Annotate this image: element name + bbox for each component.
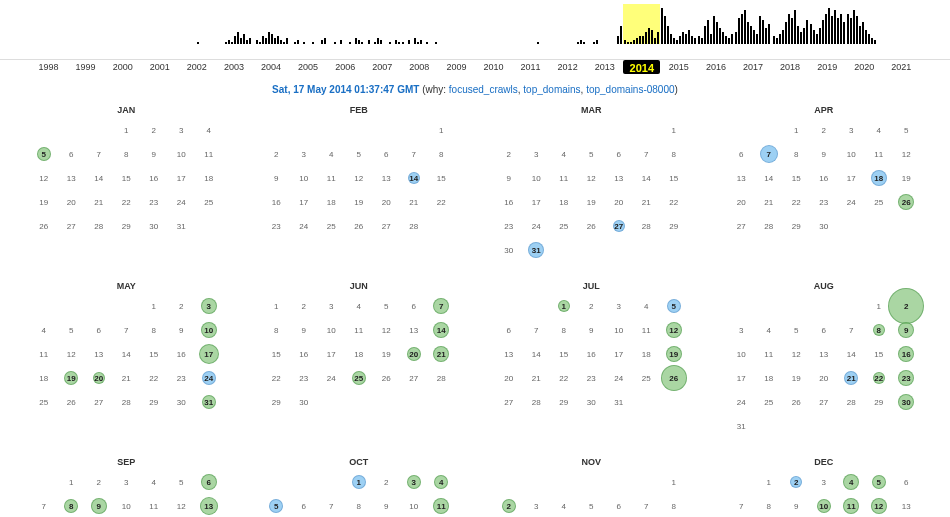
day-cell[interactable]: 27 xyxy=(605,217,633,235)
year-column-1999[interactable] xyxy=(67,4,104,44)
day-cell[interactable]: 27 xyxy=(85,393,113,411)
day-cell[interactable]: 7 xyxy=(755,145,783,163)
year-label-2020[interactable]: 2020 xyxy=(846,60,883,74)
day-cell[interactable]: 14 xyxy=(85,169,113,187)
day-cell[interactable]: 4 xyxy=(838,473,866,491)
day-cell[interactable]: 12 xyxy=(783,345,811,363)
day-cell[interactable]: 10 xyxy=(290,169,318,187)
day-cell[interactable]: 30 xyxy=(893,393,921,411)
day-cell[interactable]: 18 xyxy=(30,369,58,387)
day-cell[interactable]: 11 xyxy=(140,497,168,515)
day-cell[interactable]: 7 xyxy=(85,145,113,163)
day-cell[interactable]: 30 xyxy=(290,393,318,411)
day-cell[interactable]: 22 xyxy=(428,193,456,211)
day-cell[interactable]: 26 xyxy=(660,369,688,387)
day-cell[interactable]: 6 xyxy=(290,497,318,515)
day-cell[interactable]: 23 xyxy=(140,193,168,211)
day-cell[interactable]: 10 xyxy=(728,345,756,363)
day-cell[interactable]: 8 xyxy=(783,145,811,163)
day-cell[interactable]: 25 xyxy=(195,193,223,211)
day-cell[interactable]: 2 xyxy=(263,145,291,163)
day-cell[interactable]: 18 xyxy=(550,193,578,211)
day-cell[interactable]: 19 xyxy=(578,193,606,211)
day-cell[interactable]: 6 xyxy=(495,321,523,339)
day-cell[interactable]: 17 xyxy=(168,169,196,187)
day-cell[interactable]: 12 xyxy=(893,145,921,163)
day-cell[interactable]: 26 xyxy=(373,369,401,387)
day-cell[interactable]: 4 xyxy=(428,473,456,491)
day-cell[interactable]: 20 xyxy=(605,193,633,211)
day-cell[interactable]: 23 xyxy=(578,369,606,387)
day-cell[interactable]: 1 xyxy=(113,121,141,139)
why-link[interactable]: top_domains-08000 xyxy=(586,84,674,95)
year-label-1998[interactable]: 1998 xyxy=(30,60,67,74)
day-cell[interactable]: 5 xyxy=(783,321,811,339)
day-cell[interactable]: 9 xyxy=(85,497,113,515)
day-cell[interactable]: 10 xyxy=(168,145,196,163)
day-cell[interactable]: 11 xyxy=(30,345,58,363)
day-cell[interactable]: 15 xyxy=(660,169,688,187)
day-cell[interactable]: 26 xyxy=(58,393,86,411)
day-cell[interactable]: 20 xyxy=(400,345,428,363)
day-cell[interactable]: 23 xyxy=(263,217,291,235)
year-label-2010[interactable]: 2010 xyxy=(475,60,512,74)
day-cell[interactable]: 19 xyxy=(893,169,921,187)
day-cell[interactable]: 27 xyxy=(373,217,401,235)
day-cell[interactable]: 19 xyxy=(783,369,811,387)
day-cell[interactable]: 4 xyxy=(318,145,346,163)
day-cell[interactable]: 8 xyxy=(345,497,373,515)
day-cell[interactable]: 13 xyxy=(728,169,756,187)
day-cell[interactable]: 25 xyxy=(633,369,661,387)
day-cell[interactable]: 22 xyxy=(783,193,811,211)
day-cell[interactable]: 19 xyxy=(345,193,373,211)
day-cell[interactable]: 3 xyxy=(605,297,633,315)
year-label-2021[interactable]: 2021 xyxy=(883,60,920,74)
day-cell[interactable]: 22 xyxy=(140,369,168,387)
day-cell[interactable]: 8 xyxy=(755,497,783,515)
day-cell[interactable]: 26 xyxy=(345,217,373,235)
day-cell[interactable]: 14 xyxy=(838,345,866,363)
day-cell[interactable]: 4 xyxy=(865,121,893,139)
year-column-2020[interactable] xyxy=(846,4,883,44)
day-cell[interactable]: 14 xyxy=(523,345,551,363)
day-cell[interactable]: 15 xyxy=(428,169,456,187)
day-cell[interactable]: 3 xyxy=(523,145,551,163)
day-cell[interactable]: 16 xyxy=(893,345,921,363)
day-cell[interactable]: 28 xyxy=(400,217,428,235)
day-cell[interactable]: 21 xyxy=(428,345,456,363)
day-cell[interactable]: 30 xyxy=(168,393,196,411)
day-cell[interactable]: 27 xyxy=(495,393,523,411)
year-label-2008[interactable]: 2008 xyxy=(401,60,438,74)
day-cell[interactable]: 28 xyxy=(523,393,551,411)
day-cell[interactable]: 2 xyxy=(290,297,318,315)
day-cell[interactable]: 20 xyxy=(58,193,86,211)
day-cell[interactable]: 24 xyxy=(728,393,756,411)
day-cell[interactable]: 11 xyxy=(755,345,783,363)
day-cell[interactable]: 22 xyxy=(113,193,141,211)
day-cell[interactable]: 7 xyxy=(633,497,661,515)
year-column-2008[interactable] xyxy=(401,4,438,44)
year-column-2007[interactable] xyxy=(364,4,401,44)
day-cell[interactable]: 5 xyxy=(865,473,893,491)
year-column-2014[interactable] xyxy=(623,4,660,44)
day-cell[interactable]: 29 xyxy=(550,393,578,411)
day-cell[interactable]: 9 xyxy=(373,497,401,515)
year-column-2021[interactable] xyxy=(883,4,920,44)
day-cell[interactable]: 21 xyxy=(85,193,113,211)
day-cell[interactable]: 19 xyxy=(373,345,401,363)
day-cell[interactable]: 26 xyxy=(30,217,58,235)
day-cell[interactable]: 25 xyxy=(30,393,58,411)
day-cell[interactable]: 16 xyxy=(578,345,606,363)
day-cell[interactable]: 5 xyxy=(30,145,58,163)
day-cell[interactable]: 31 xyxy=(605,393,633,411)
day-cell[interactable]: 1 xyxy=(58,473,86,491)
day-cell[interactable]: 16 xyxy=(495,193,523,211)
day-cell[interactable]: 26 xyxy=(578,217,606,235)
day-cell[interactable]: 22 xyxy=(550,369,578,387)
day-cell[interactable]: 12 xyxy=(373,321,401,339)
day-cell[interactable]: 11 xyxy=(428,497,456,515)
year-label-2012[interactable]: 2012 xyxy=(549,60,586,74)
year-label-2004[interactable]: 2004 xyxy=(252,60,289,74)
year-column-2013[interactable] xyxy=(586,4,623,44)
day-cell[interactable]: 3 xyxy=(400,473,428,491)
